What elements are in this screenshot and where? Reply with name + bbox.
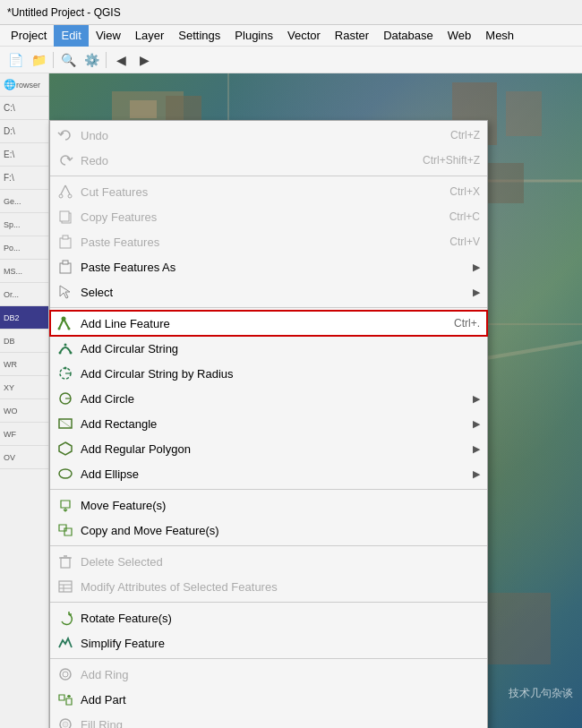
svg-point-36 bbox=[64, 367, 67, 370]
svg-rect-47 bbox=[61, 558, 70, 568]
menu-redo[interactable]: Redo Ctrl+Shift+Z bbox=[50, 148, 487, 173]
toolbar-icon-2[interactable]: ⚙️ bbox=[81, 49, 102, 71]
svg-point-29 bbox=[58, 328, 61, 330]
svg-line-20 bbox=[65, 185, 70, 194]
simplify-feature-icon bbox=[56, 634, 75, 652]
sidebar-icon-db[interactable]: DB bbox=[0, 330, 48, 353]
menu-delete-selected[interactable]: Delete Selected bbox=[50, 549, 487, 574]
sidebar-icon-ge[interactable]: Ge... bbox=[0, 190, 48, 213]
add-circular-string-icon bbox=[56, 339, 75, 357]
sep-2 bbox=[50, 307, 487, 308]
menu-copy-features[interactable]: Copy Features Ctrl+C bbox=[50, 204, 487, 229]
menu-add-ring[interactable]: Add Ring bbox=[50, 662, 487, 687]
menu-edit[interactable]: Edit bbox=[54, 25, 88, 47]
add-ellipse-icon bbox=[56, 465, 75, 483]
svg-rect-22 bbox=[60, 211, 69, 221]
svg-point-30 bbox=[68, 328, 71, 330]
menu-add-part[interactable]: Add Part bbox=[50, 687, 487, 712]
add-part-icon bbox=[56, 690, 75, 708]
undo-icon bbox=[56, 126, 75, 144]
svg-point-55 bbox=[63, 672, 68, 677]
toolbar-open-icon[interactable]: 📁 bbox=[28, 49, 49, 71]
sidebar-icon-f[interactable]: F:\ bbox=[0, 167, 48, 190]
menu-modify-attributes[interactable]: Modify Attributes of Selected Features bbox=[50, 574, 487, 599]
sidebar-icon-d[interactable]: D:\ bbox=[0, 120, 48, 143]
sidebar-icon-po[interactable]: Po... bbox=[0, 236, 48, 260]
sidebar-icon-c[interactable]: C:\ bbox=[0, 97, 48, 120]
menu-layer[interactable]: Layer bbox=[128, 25, 172, 47]
menu-rotate-features[interactable]: Rotate Feature(s) bbox=[50, 605, 487, 630]
sidebar-icon-db2[interactable]: DB2 bbox=[0, 306, 48, 330]
sidebar-icon-e[interactable]: E:\ bbox=[0, 143, 48, 167]
sidebar-icon-wo[interactable]: WO bbox=[0, 399, 48, 423]
menu-move-features[interactable]: Move Feature(s) bbox=[50, 492, 487, 518]
menu-add-circular-string[interactable]: Add Circular String bbox=[50, 336, 487, 361]
svg-line-40 bbox=[59, 419, 72, 428]
menu-add-line-feature[interactable]: Add Line Feature Ctrl+. bbox=[50, 311, 487, 336]
menu-copy-move-features[interactable]: Copy and Move Feature(s) bbox=[50, 518, 487, 543]
svg-rect-24 bbox=[63, 236, 68, 239]
svg-point-42 bbox=[59, 469, 72, 478]
add-ring-icon bbox=[56, 665, 75, 683]
toolbar-icon-1[interactable]: 🔍 bbox=[57, 49, 79, 71]
toolbar-area: 📄 📁 🔍 ⚙️ ◀ ▶ bbox=[0, 47, 582, 73]
menu-vector[interactable]: Vector bbox=[280, 25, 328, 47]
modify-attributes-icon bbox=[56, 578, 75, 595]
menu-add-regular-polygon[interactable]: Add Regular Polygon ▶ bbox=[50, 436, 487, 461]
menu-add-circular-string-radius[interactable]: Add Circular String by Radius bbox=[50, 361, 487, 386]
menu-cut-features[interactable]: Cut Features Ctrl+X bbox=[50, 179, 487, 204]
sep-1 bbox=[50, 176, 487, 176]
left-sidebar: 🌐 rowser C:\ D:\ E:\ F:\ Ge... Sp... Po.… bbox=[0, 73, 49, 728]
menu-paste-features[interactable]: Paste Features Ctrl+V bbox=[50, 229, 487, 254]
toolbar-new-icon[interactable]: 📄 bbox=[4, 49, 26, 71]
svg-point-54 bbox=[60, 669, 71, 680]
svg-marker-56 bbox=[59, 695, 64, 700]
sidebar-icon-sp[interactable]: Sp... bbox=[0, 213, 48, 236]
add-line-icon bbox=[56, 314, 75, 332]
svg-rect-26 bbox=[63, 261, 68, 264]
menu-add-ellipse[interactable]: Add Ellipse ▶ bbox=[50, 461, 487, 486]
menu-fill-ring[interactable]: Fill Ring bbox=[50, 712, 487, 728]
svg-rect-25 bbox=[60, 263, 71, 273]
svg-line-19 bbox=[61, 185, 65, 194]
toolbar-sep1 bbox=[53, 52, 54, 68]
main-content: 🌐 rowser C:\ D:\ E:\ F:\ Ge... Sp... Po.… bbox=[0, 73, 582, 728]
window-title: *Untitled Project - QGIS bbox=[7, 6, 121, 19]
delete-selected-icon bbox=[56, 552, 75, 570]
sidebar-browser[interactable]: 🌐 rowser bbox=[0, 73, 48, 97]
svg-rect-23 bbox=[60, 238, 71, 248]
menu-add-circle[interactable]: Add Circle ▶ bbox=[50, 386, 487, 411]
sidebar-icon-or[interactable]: Or... bbox=[0, 283, 48, 306]
sidebar-icon-wr[interactable]: WR bbox=[0, 353, 48, 376]
copy-icon bbox=[56, 208, 75, 226]
menu-raster[interactable]: Raster bbox=[328, 25, 376, 47]
sidebar-icon-xy[interactable]: XY bbox=[0, 376, 48, 399]
toolbar-nav-fwd-icon[interactable]: ▶ bbox=[133, 49, 155, 71]
title-bar: *Untitled Project - QGIS bbox=[0, 0, 582, 25]
menu-paste-features-as[interactable]: Paste Features As ▶ bbox=[50, 254, 487, 279]
svg-rect-50 bbox=[59, 581, 72, 592]
toolbar-nav-back-icon[interactable]: ◀ bbox=[110, 49, 132, 71]
menu-project[interactable]: Project bbox=[4, 25, 54, 47]
menu-settings[interactable]: Settings bbox=[171, 25, 227, 47]
svg-marker-46 bbox=[64, 528, 72, 535]
menu-mesh[interactable]: Mesh bbox=[478, 25, 521, 47]
edit-dropdown-menu: Undo Ctrl+Z Redo Ctrl+Shift+Z Cut Featur… bbox=[49, 120, 488, 728]
rotate-features-icon bbox=[56, 609, 75, 627]
svg-marker-43 bbox=[61, 501, 70, 508]
menu-select[interactable]: Select ▶ bbox=[50, 279, 487, 304]
menu-plugins[interactable]: Plugins bbox=[227, 25, 280, 47]
menu-undo[interactable]: Undo Ctrl+Z bbox=[50, 123, 487, 148]
svg-point-17 bbox=[59, 194, 63, 198]
menu-database[interactable]: Database bbox=[376, 25, 441, 47]
menu-web[interactable]: Web bbox=[441, 25, 479, 47]
menu-view[interactable]: View bbox=[89, 25, 128, 47]
menu-add-rectangle[interactable]: Add Rectangle ▶ bbox=[50, 411, 487, 436]
sidebar-icon-ms[interactable]: MS... bbox=[0, 260, 48, 283]
svg-point-61 bbox=[63, 722, 68, 727]
sidebar-icon-wf[interactable]: WF bbox=[0, 423, 48, 446]
sidebar-icon-ov[interactable]: OV bbox=[0, 446, 48, 469]
menu-simplify-feature[interactable]: Simplify Feature bbox=[50, 630, 487, 655]
toolbar-sep2 bbox=[106, 52, 107, 68]
add-regular-polygon-icon bbox=[56, 440, 75, 458]
